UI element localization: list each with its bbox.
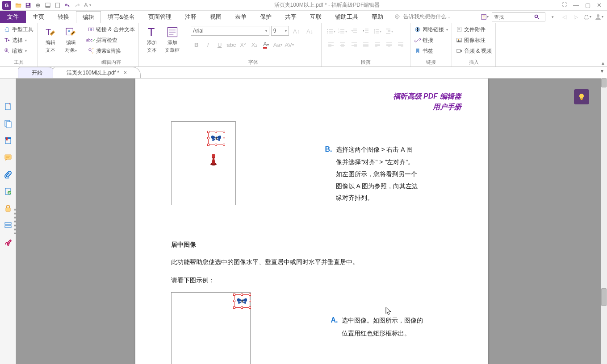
doctab-close[interactable]: × (124, 70, 127, 76)
window-grid[interactable]: ⛶ (562, 2, 567, 8)
save-button[interactable] (23, 0, 33, 10)
tab-edit[interactable]: 编辑 (76, 11, 101, 23)
italic-button[interactable]: I (202, 39, 214, 50)
charspace-button[interactable]: AV▾ (284, 39, 295, 50)
tab-view[interactable]: 视图 (203, 11, 228, 23)
comments-panel-icon[interactable] (3, 153, 13, 162)
tab-convert[interactable]: 转换 (51, 11, 76, 23)
linespacing-button[interactable]: ▾ (372, 26, 383, 37)
window-maximize[interactable]: ▢ (585, 2, 590, 8)
underline-button[interactable]: U (214, 39, 226, 50)
scroll-up[interactable] (601, 79, 607, 87)
search-replace-button[interactable]: 搜索&替换 (88, 46, 121, 56)
security-panel-icon[interactable] (3, 203, 13, 213)
tab-tools[interactable]: 辅助工具 (328, 11, 365, 23)
open-button[interactable] (13, 0, 23, 10)
touch-button[interactable]: ▾ (82, 0, 92, 10)
tell-me[interactable]: 告诉我您想做什么... (394, 11, 451, 23)
tab-fill[interactable]: 填写&签名 (101, 11, 142, 23)
grow-font[interactable]: A↑ (291, 26, 302, 37)
form-panel-icon[interactable] (3, 220, 13, 230)
align-justify[interactable] (360, 39, 372, 50)
font-size-select[interactable]: 9▾ (271, 26, 289, 36)
align-right[interactable] (348, 39, 360, 50)
search-more[interactable]: ▾ (548, 12, 557, 21)
doctab-start[interactable]: 开始 (18, 67, 56, 78)
attachments-panel-icon[interactable] (3, 170, 13, 179)
search-box[interactable] (492, 12, 545, 21)
link-join-button[interactable]: 链接 & 合并文本 (88, 24, 135, 35)
bold-button[interactable]: B (191, 39, 202, 50)
edit-text-button[interactable]: T 编辑 文本 (41, 24, 60, 54)
spellcheck-button[interactable]: abc✓拼写检查 (88, 35, 117, 46)
user-icon[interactable]: ▾ (594, 12, 603, 21)
undo-button[interactable] (63, 0, 72, 10)
butterfly-image-2-selected[interactable] (234, 294, 250, 308)
bookmark-button[interactable]: 书签 (414, 46, 433, 56)
butterfly-image-selected[interactable] (208, 132, 224, 145)
tab-comment[interactable]: 注释 (178, 11, 203, 23)
web-link-button[interactable]: 网络链接▾ (414, 24, 448, 35)
tab-home[interactable]: 主页 (26, 11, 51, 23)
style-button[interactable]: ▾ (480, 12, 489, 21)
layers-panel-icon[interactable] (3, 119, 13, 128)
align-center[interactable] (337, 39, 348, 50)
document-canvas[interactable]: 福昕高级 PDF 编辑器 用户手册 B.选 (16, 79, 607, 364)
zoom-tool[interactable]: 缩放▾ (4, 46, 27, 56)
align-just-r[interactable] (395, 39, 406, 50)
bullets-button[interactable]: ▾ (325, 26, 337, 37)
tab-protect[interactable]: 保护 (253, 11, 278, 23)
window-close[interactable]: ✕ (597, 2, 602, 8)
numbering-button[interactable]: 12▾ (337, 26, 348, 37)
tab-help[interactable]: 帮助 (365, 11, 390, 23)
bookmarks-panel-icon[interactable] (3, 136, 13, 145)
align-left[interactable] (325, 39, 337, 50)
sign-panel-icon[interactable] (3, 237, 13, 247)
tips-button[interactable] (574, 89, 589, 104)
indent-button[interactable] (360, 26, 372, 37)
tab-form[interactable]: 表单 (228, 11, 253, 23)
print-button[interactable] (33, 0, 43, 10)
ribbon-collapse[interactable]: ▲ (601, 61, 605, 66)
av-button[interactable]: 音频 & 视频 (456, 46, 492, 56)
tab-connect[interactable]: 互联 (303, 11, 328, 23)
strike-button[interactable]: abc (226, 39, 237, 50)
pages-panel-icon[interactable] (3, 102, 13, 112)
superscript-button[interactable]: X² (237, 39, 249, 50)
snapshot-button[interactable] (43, 0, 53, 10)
tab-share[interactable]: 共享 (278, 11, 303, 23)
scroll-thumb[interactable] (601, 288, 607, 306)
signatures-panel-icon[interactable] (3, 186, 13, 196)
window-minimize[interactable]: — (573, 2, 579, 8)
shrink-font[interactable]: A↓ (304, 26, 316, 37)
doctabs-expand[interactable]: ▼ (600, 69, 604, 74)
nav-next[interactable]: ▷ (571, 12, 580, 21)
file-menu[interactable]: 文件 (0, 11, 26, 23)
search-input[interactable] (492, 14, 532, 20)
add-frame-button[interactable]: 添加 文章框 (163, 24, 182, 54)
case-button[interactable]: Aa▾ (272, 39, 284, 50)
vertical-scrollbar[interactable] (601, 79, 607, 364)
subscript-button[interactable]: X₂ (249, 39, 260, 50)
add-text-button[interactable]: T 添加 文本 (142, 24, 161, 54)
edit-object-button[interactable]: 编辑 对象▾ (62, 24, 80, 54)
notifications-icon[interactable]: ▾ (583, 12, 592, 21)
align-just-l[interactable] (372, 39, 383, 50)
redo-button[interactable] (72, 0, 82, 10)
font-name-select[interactable]: Arial▾ (191, 26, 269, 36)
qat-extra-button[interactable] (53, 0, 63, 10)
link-button[interactable]: 链接 (414, 35, 433, 46)
tab-page[interactable]: 页面管理 (142, 11, 178, 23)
img-annot-button[interactable]: 图像标注 (456, 35, 486, 46)
font-color-button[interactable]: A▾ (260, 39, 272, 50)
hand-tool[interactable]: 手型工具 (4, 24, 33, 35)
outdent-button[interactable] (348, 26, 360, 37)
doctab-file[interactable]: 活页夹100M以上.pdf *× (53, 67, 141, 78)
align-just-c[interactable] (383, 39, 395, 50)
search-icon[interactable] (532, 14, 541, 20)
nav-prev[interactable]: ◁ (560, 12, 569, 21)
attach-button[interactable]: 文件附件 (456, 24, 486, 35)
select-tool[interactable]: T▸选择▾ (4, 35, 27, 46)
paraspacing-button[interactable]: ▾ (383, 26, 395, 37)
pawn-image[interactable] (210, 153, 217, 167)
